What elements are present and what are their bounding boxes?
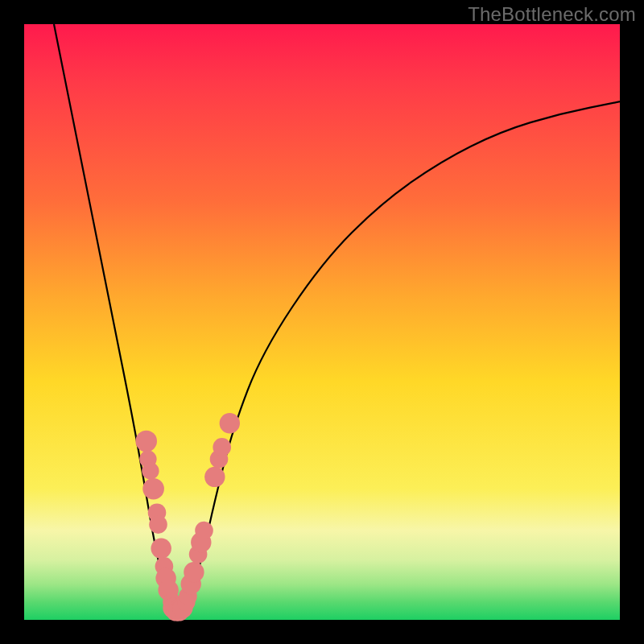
marker-group: [135, 413, 240, 621]
data-marker: [213, 438, 231, 456]
data-marker: [149, 515, 167, 534]
plot-area: [24, 24, 620, 620]
data-marker: [142, 462, 159, 479]
bottleneck-curve: [54, 24, 620, 614]
data-marker: [195, 522, 213, 540]
data-marker: [220, 413, 240, 433]
data-marker: [151, 539, 171, 559]
data-marker: [184, 562, 204, 582]
data-marker: [142, 478, 164, 500]
watermark-text: TheBottleneck.com: [468, 3, 636, 26]
curve-svg: [24, 24, 620, 620]
data-marker: [135, 431, 157, 452]
data-marker: [204, 467, 225, 487]
chart-frame: TheBottleneck.com: [0, 0, 644, 644]
